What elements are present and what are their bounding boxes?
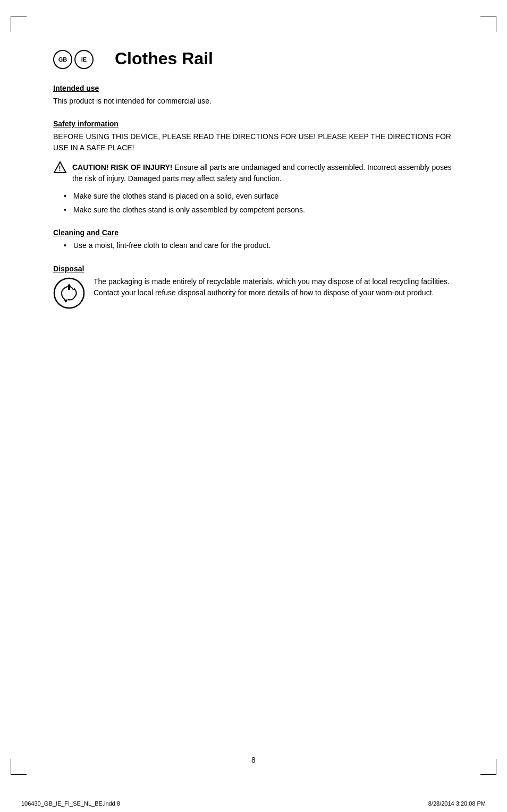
cleaning-bullet-list: Use a moist, lint-free cloth to clean an… <box>53 240 454 252</box>
recycle-icon <box>53 277 85 309</box>
corner-mark-bottom-right <box>480 759 496 775</box>
footer-timestamp: 8/28/2014 3:20:08 PM <box>428 800 486 807</box>
footer: 106430_GB_IE_FI_SE_NL_BE.indd 8 8/28/201… <box>0 800 507 807</box>
caution-block: ! CAUTION! RISK OF INJURY! Ensure all pa… <box>53 162 454 184</box>
caution-triangle-icon: ! <box>53 161 67 178</box>
footer-filename: 106430_GB_IE_FI_SE_NL_BE.indd 8 <box>21 800 120 807</box>
cleaning-care-heading: Cleaning and Care <box>53 228 454 237</box>
safety-information-heading: Safety information <box>53 119 454 128</box>
country-badges: GB IE <box>53 50 94 69</box>
disposal-content: The packaging is made entirely of recycl… <box>53 276 454 309</box>
intended-use-heading: Intended use <box>53 84 454 92</box>
corner-mark-bottom-left <box>11 759 27 775</box>
caution-label: CAUTION! RISK OF INJURY! <box>72 163 172 172</box>
page-title: Clothes Rail <box>115 49 213 69</box>
svg-point-25 <box>54 278 84 308</box>
badge-gb: GB <box>53 50 72 69</box>
caution-text: CAUTION! RISK OF INJURY! Ensure all part… <box>72 162 454 184</box>
section-safety-information: Safety information BEFORE USING THIS DEV… <box>53 119 454 216</box>
badge-ie: IE <box>74 50 94 69</box>
main-content: GB IE Clothes Rail Intended use This pro… <box>0 5 507 386</box>
intended-use-body: This product is not intended for commerc… <box>53 96 454 107</box>
list-item: Make sure the clothes stand is only asse… <box>64 204 454 216</box>
header-row: GB IE Clothes Rail <box>53 48 454 69</box>
corner-mark-top-right <box>480 16 496 32</box>
safety-information-body: BEFORE USING THIS DEVICE, PLEASE READ TH… <box>53 131 454 153</box>
page-wrapper: GB IE Clothes Rail Intended use This pro… <box>0 5 507 812</box>
list-item: Make sure the clothes stand is placed on… <box>64 191 454 202</box>
list-item: Use a moist, lint-free cloth to clean an… <box>64 240 454 252</box>
section-cleaning-care: Cleaning and Care Use a moist, lint-free… <box>53 228 454 252</box>
page-number: 8 <box>251 756 256 764</box>
section-intended-use: Intended use This product is not intende… <box>53 84 454 107</box>
disposal-heading: Disposal <box>53 264 454 273</box>
disposal-body: The packaging is made entirely of recycl… <box>94 276 454 298</box>
safety-bullet-list: Make sure the clothes stand is placed on… <box>53 191 454 216</box>
corner-mark-top-left <box>11 16 27 32</box>
svg-text:!: ! <box>59 165 61 173</box>
section-disposal: Disposal The pa <box>53 264 454 309</box>
